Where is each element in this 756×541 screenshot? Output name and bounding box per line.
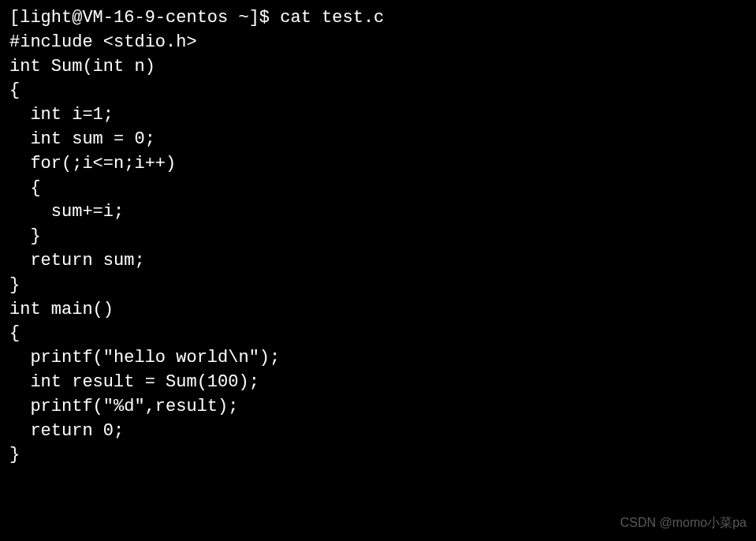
code-line: { bbox=[9, 79, 747, 103]
watermark-text: CSDN @momo小菜pa bbox=[620, 514, 747, 532]
code-line: } bbox=[9, 225, 747, 249]
code-line: { bbox=[9, 322, 747, 346]
terminal-output: [light@VM-16-9-centos ~]$ cat test.c #in… bbox=[9, 6, 747, 468]
code-line: printf("hello world\n"); bbox=[9, 346, 747, 371]
code-line: int i=1; bbox=[9, 103, 747, 128]
command-line: [light@VM-16-9-centos ~]$ cat test.c bbox=[9, 6, 747, 31]
code-line: int sum = 0; bbox=[9, 128, 747, 152]
code-line: for(;i<=n;i++) bbox=[9, 152, 747, 177]
shell-prompt: [light@VM-16-9-centos ~]$ bbox=[9, 8, 280, 28]
code-line: #include <stdio.h> bbox=[9, 31, 747, 55]
code-line: } bbox=[9, 274, 747, 298]
code-line: int main() bbox=[9, 298, 747, 323]
command-text: cat test.c bbox=[280, 8, 384, 28]
code-line: int Sum(int n) bbox=[9, 55, 747, 80]
code-line: } bbox=[9, 443, 747, 468]
code-line: printf("%d",result); bbox=[9, 395, 747, 420]
code-line: sum+=i; bbox=[9, 200, 747, 225]
code-line: return sum; bbox=[9, 249, 747, 274]
code-line: int result = Sum(100); bbox=[9, 371, 747, 395]
code-line: { bbox=[9, 177, 747, 201]
code-line: return 0; bbox=[9, 420, 747, 444]
